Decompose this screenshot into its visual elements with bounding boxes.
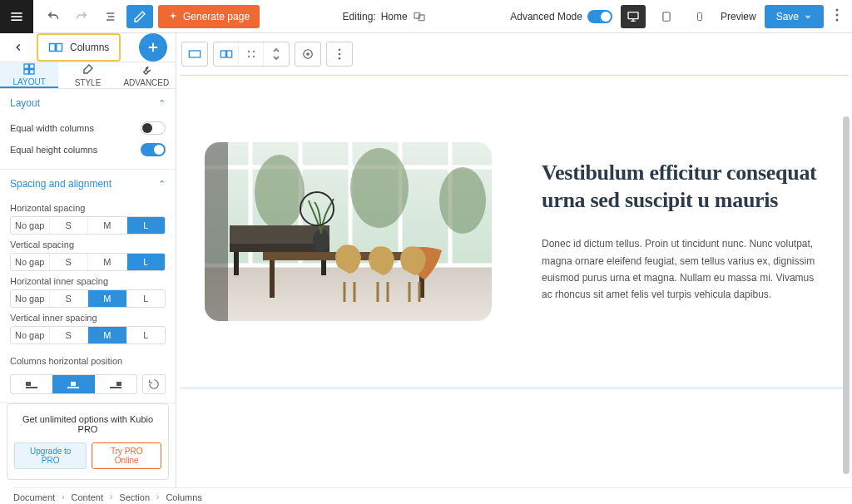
list-icon (103, 10, 116, 23)
h-spacing-nogap[interactable]: No gap (11, 217, 49, 234)
h-spacing-m[interactable]: M (87, 217, 126, 234)
pro-promo: Get unlimited options with Kubio PRO Upg… (7, 403, 169, 480)
advanced-mode-toggle[interactable] (587, 10, 612, 23)
generate-page-button[interactable]: Generate page (158, 5, 260, 28)
device-desktop[interactable] (621, 5, 646, 28)
interior-photo (205, 142, 492, 321)
align-right[interactable] (95, 375, 136, 393)
editing-indicator: Editing: Home (268, 10, 500, 23)
h-spacing-s[interactable]: S (49, 217, 88, 234)
v-spacing-nogap[interactable]: No gap (11, 254, 49, 270)
v-spacing-s[interactable]: S (49, 254, 88, 270)
toolbar-cluster-3 (295, 42, 321, 67)
svg-rect-16 (189, 51, 200, 57)
breadcrumb-item[interactable]: Document (13, 492, 55, 502)
svg-point-27 (339, 53, 341, 56)
tab-layout[interactable]: LAYOUT (0, 62, 58, 88)
breadcrumb-sep: › (62, 492, 64, 502)
editing-page: Home (381, 11, 408, 22)
tab-style[interactable]: STYLE (58, 62, 116, 88)
try-pro-button[interactable]: Try PRO Online (92, 442, 161, 469)
svg-point-14 (836, 14, 839, 17)
toolbar-move[interactable] (264, 42, 289, 66)
equal-width-label: Equal width columns (10, 123, 94, 133)
v-inner-nogap[interactable]: No gap (11, 327, 49, 343)
chevron-up-icon: ⌃ (158, 179, 166, 190)
h-inner-m[interactable]: M (87, 290, 126, 307)
panel-spacing-head[interactable]: Spacing and alignment ⌃ (0, 170, 176, 198)
pro-title: Get unlimited options with Kubio PRO (14, 414, 161, 434)
svg-rect-11 (663, 12, 670, 21)
svg-rect-36 (30, 70, 34, 74)
v-spacing-seg: No gap S M L (10, 253, 166, 271)
block-chip[interactable]: Columns (37, 33, 121, 62)
v-spacing-l[interactable]: L (126, 254, 166, 270)
svg-point-56 (439, 167, 486, 234)
image-block[interactable] (205, 142, 492, 321)
toolbar-cluster-1 (181, 42, 208, 67)
v-inner-seg: No gap S M L (10, 326, 166, 344)
v-spacing-m[interactable]: M (87, 254, 126, 270)
heading-block[interactable]: Vestibulum efficitur consequat urna sed … (542, 160, 824, 214)
save-label: Save (776, 11, 799, 22)
svg-rect-12 (697, 12, 701, 20)
svg-rect-35 (24, 70, 28, 74)
v-inner-l[interactable]: L (126, 327, 166, 343)
breadcrumb-item[interactable]: Section (119, 492, 150, 502)
text-column[interactable]: Vestibulum efficitur consequat urna sed … (542, 160, 824, 304)
align-center[interactable] (52, 375, 94, 393)
svg-rect-17 (220, 51, 225, 57)
h-spacing-l[interactable]: L (126, 217, 166, 234)
edit-button[interactable] (126, 5, 153, 28)
row-equal-height: Equal height columns (10, 139, 166, 161)
tab-advanced[interactable]: ADVANCED (117, 62, 176, 88)
text-block[interactable]: Donec id dictum tellus. Proin ut tincidu… (542, 235, 824, 304)
align-reset[interactable] (142, 374, 166, 394)
pencil-icon (133, 10, 146, 23)
equal-height-toggle[interactable] (141, 143, 166, 156)
generate-label: Generate page (183, 11, 250, 22)
add-block-button[interactable] (139, 33, 167, 62)
breadcrumb-item[interactable]: Columns (166, 492, 201, 502)
device-tablet[interactable] (654, 5, 679, 28)
toolbar-columns[interactable] (214, 42, 239, 66)
toolbar-cluster-2 (213, 42, 290, 67)
columns-block[interactable]: Vestibulum efficitur consequat urna sed … (180, 76, 849, 388)
toolbar-more[interactable] (327, 42, 352, 66)
block-chip-label: Columns (70, 42, 109, 53)
tab-layout-label: LAYOUT (13, 77, 46, 86)
redo-icon (75, 10, 88, 23)
hamburger-menu[interactable] (0, 0, 33, 33)
undo-button[interactable] (42, 5, 65, 28)
h-spacing-label: Horizontal spacing (10, 198, 166, 216)
align-left[interactable] (11, 375, 52, 393)
list-button[interactable] (98, 5, 121, 28)
cols-pos-row (10, 374, 166, 394)
page-swap-icon[interactable] (413, 10, 426, 23)
back-button[interactable] (8, 37, 28, 57)
v-inner-m[interactable]: M (87, 327, 126, 343)
svg-rect-41 (110, 387, 121, 388)
save-button[interactable]: Save (765, 5, 824, 28)
preview-button[interactable]: Preview (721, 11, 756, 22)
canvas[interactable]: Vestibulum efficitur consequat urna sed … (176, 33, 852, 504)
svg-point-21 (247, 56, 249, 57)
h-inner-nogap[interactable]: No gap (11, 290, 49, 307)
h-inner-l[interactable]: L (126, 290, 166, 307)
more-menu[interactable] (832, 8, 842, 24)
scrollbar[interactable] (843, 116, 850, 474)
align-center-icon (67, 380, 79, 388)
equal-width-toggle[interactable] (141, 121, 166, 135)
breadcrumb-item[interactable]: Content (71, 492, 103, 502)
toolbar-drag[interactable] (239, 42, 264, 66)
toolbar-add[interactable] (295, 42, 320, 66)
v-inner-s[interactable]: S (49, 327, 88, 343)
h-inner-s[interactable]: S (49, 290, 88, 307)
section-outline[interactable]: Vestibulum efficitur consequat urna sed … (180, 75, 849, 388)
upgrade-pro-button[interactable]: Upgrade to PRO (14, 442, 87, 469)
redo-button[interactable] (70, 5, 93, 28)
plus-icon (146, 40, 161, 55)
device-mobile[interactable] (687, 5, 712, 28)
panel-layout-head[interactable]: Layout ⌃ (0, 89, 176, 117)
toolbar-parent[interactable] (182, 42, 207, 66)
